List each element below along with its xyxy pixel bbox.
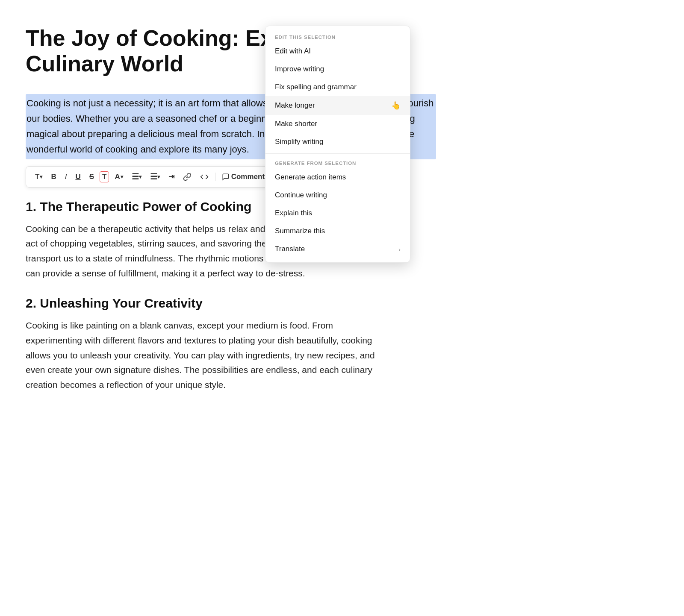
summarize-this-item[interactable]: Summarize this <box>265 222 410 240</box>
list-button[interactable]: ☰ ▾ <box>147 170 163 183</box>
improve-writing-item[interactable]: Improve writing <box>265 60 410 78</box>
section2-body: Cooking is like painting on a blank canv… <box>26 318 385 392</box>
cursor-icon: 👆 <box>391 101 401 110</box>
bold-button[interactable]: B <box>48 171 59 183</box>
content-area: The Joy of Cooking: Exploring the Culina… <box>0 0 470 616</box>
strikethrough-button[interactable]: S <box>86 171 97 183</box>
align-icon: ☰ <box>132 172 139 182</box>
indent-icon: ⇥ <box>168 172 174 181</box>
align-button[interactable]: ☰ ▾ <box>129 170 144 183</box>
list-arrow: ▾ <box>157 174 160 180</box>
generate-action-items-item[interactable]: Generate action items <box>265 168 410 186</box>
fix-spelling-item[interactable]: Fix spelling and grammar <box>265 78 410 96</box>
italic-button[interactable]: I <box>62 171 70 183</box>
align-arrow: ▾ <box>139 174 142 180</box>
page-wrapper: The Joy of Cooking: Exploring the Culina… <box>0 0 684 616</box>
make-longer-item[interactable]: Make longer 👆 <box>265 96 410 115</box>
generate-section-label: GENERATE FROM SELECTION <box>265 156 410 168</box>
make-shorter-item[interactable]: Make shorter <box>265 115 410 133</box>
text-style-button[interactable]: T ▾ <box>32 171 45 183</box>
link-icon <box>183 173 192 181</box>
translate-chevron-icon: › <box>398 246 401 253</box>
indent-button[interactable]: ⇥ <box>165 170 177 183</box>
toolbar-divider <box>215 173 215 181</box>
list-icon: ☰ <box>150 172 157 182</box>
edit-section-label: EDIT THIS SELECTION <box>265 30 410 42</box>
code-icon <box>200 173 209 181</box>
underline-button[interactable]: U <box>72 171 83 183</box>
ai-dropdown-menu: EDIT THIS SELECTION Edit with AI Improve… <box>265 26 410 263</box>
section2-heading: 2. Unleashing Your Creativity <box>26 296 436 311</box>
explain-this-item[interactable]: Explain this <box>265 204 410 222</box>
link-button[interactable] <box>180 171 195 183</box>
code-button[interactable] <box>197 171 212 183</box>
font-color-arrow: ▾ <box>121 174 123 180</box>
translate-item[interactable]: Translate › <box>265 240 410 258</box>
font-color-button[interactable]: A ▾ <box>112 171 126 183</box>
comment-button[interactable]: Comment <box>219 171 268 183</box>
comment-icon <box>222 173 230 181</box>
simplify-writing-item[interactable]: Simplify writing <box>265 133 410 151</box>
highlight-button[interactable]: T <box>100 171 109 182</box>
edit-with-ai-item[interactable]: Edit with AI <box>265 42 410 60</box>
text-dropdown-arrow: ▾ <box>40 174 42 180</box>
continue-writing-item[interactable]: Continue writing <box>265 186 410 204</box>
menu-separator <box>265 153 410 154</box>
